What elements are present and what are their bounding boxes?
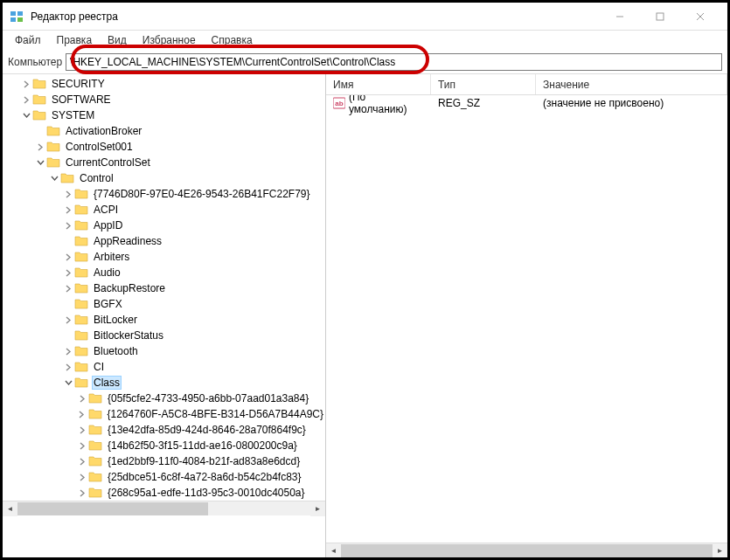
expander-open-icon[interactable]	[20, 109, 32, 121]
tree-node[interactable]: {13e42dfa-85d9-424d-8646-28a70f864f9c}	[3, 422, 325, 438]
expander-closed-icon[interactable]	[62, 361, 74, 373]
tree-node-label: Audio	[92, 266, 122, 279]
expander-closed-icon[interactable]	[76, 424, 88, 436]
tree-node[interactable]: ActivationBroker	[3, 123, 325, 139]
folder-icon	[74, 377, 88, 389]
folder-icon	[32, 109, 46, 121]
folder-icon	[88, 424, 102, 436]
folder-icon	[74, 361, 88, 373]
folder-icon	[46, 125, 60, 137]
tree-node-label: {1264760F-A5C8-4BFE-B314-D56A7B44A9C}	[106, 408, 326, 420]
column-header-value[interactable]: Значение	[536, 74, 727, 94]
value-name: (По умолчанию)	[349, 95, 424, 115]
tree-node[interactable]: {268c95a1-edfe-11d3-95c3-0010dc4050a}	[3, 485, 325, 501]
tree-node-label: BitlockerStatus	[92, 329, 165, 342]
folder-icon	[74, 345, 88, 357]
tree-node-label: {05f5cfe2-4733-4950-a6bb-07aad01a3a84}	[106, 392, 310, 404]
folder-icon	[88, 455, 102, 467]
folder-icon	[60, 172, 74, 184]
folder-icon	[74, 204, 88, 216]
tree-node[interactable]: Class	[3, 375, 325, 391]
tree-node[interactable]: SECURITY	[3, 76, 325, 92]
expander-closed-icon[interactable]	[62, 314, 74, 326]
tree-node-label: {268c95a1-edfe-11d3-95c3-0010dc4050a}	[106, 487, 307, 499]
tree-node[interactable]: SYSTEM	[3, 107, 325, 123]
folder-icon	[74, 251, 88, 263]
tree-node-label: CI	[92, 361, 106, 373]
expander-closed-icon[interactable]	[76, 471, 88, 483]
tree-node[interactable]: {25dbce51-6c8f-4a72-8a6d-b54c2b4fc83}	[3, 469, 325, 485]
tree-node[interactable]: Control	[3, 170, 325, 186]
menu-favorites[interactable]: Избранное	[136, 32, 203, 48]
tree-node-label: AppReadiness	[92, 235, 163, 247]
expander-closed-icon[interactable]	[62, 188, 74, 200]
column-header-type[interactable]: Тип	[431, 74, 536, 94]
expander-closed-icon[interactable]	[62, 204, 74, 216]
tree-node[interactable]: AppReadiness	[3, 233, 325, 249]
tree-node-label: BitLocker	[92, 314, 139, 326]
folder-icon	[88, 408, 102, 420]
value-row[interactable]: ab (По умолчанию) REG_SZ (значение не пр…	[326, 95, 727, 111]
values-scrollbar-horizontal[interactable]: ◄ ►	[326, 543, 727, 557]
tree-node[interactable]: {7746D80F-97E0-4E26-9543-26B41FC22F79}	[3, 186, 325, 202]
close-button[interactable]	[680, 3, 720, 30]
tree-node[interactable]: BackupRestore	[3, 280, 325, 296]
menu-help[interactable]: Справка	[205, 32, 260, 48]
expander-closed-icon[interactable]	[62, 266, 74, 279]
folder-icon	[88, 487, 102, 499]
string-value-icon: ab	[333, 97, 345, 109]
expander-closed-icon[interactable]	[62, 345, 74, 357]
tree-node[interactable]: {1ed2bbf9-11f0-4084-b21f-ad83a8e6dcd}	[3, 453, 325, 469]
expander-closed-icon[interactable]	[76, 408, 88, 420]
scroll-right-button[interactable]: ►	[310, 501, 325, 516]
expander-open-icon[interactable]	[48, 172, 60, 184]
tree-node[interactable]: {1264760F-A5C8-4BFE-B314-D56A7B44A9C}	[3, 406, 325, 422]
content-area: SECURITYSOFTWARESYSTEMActivationBrokerCo…	[3, 74, 727, 557]
folder-icon	[88, 439, 102, 452]
minimize-button[interactable]	[600, 3, 640, 30]
column-header-name[interactable]: Имя	[326, 74, 431, 94]
tree-node[interactable]: BitLocker	[3, 312, 325, 328]
tree-node[interactable]: Bluetooth	[3, 343, 325, 359]
tree-node[interactable]: {14b62f50-3f15-11dd-ae16-0800200c9a}	[3, 438, 325, 453]
tree-node-label: {1ed2bbf9-11f0-4084-b21f-ad83a8e6dcd}	[106, 455, 302, 467]
values-list[interactable]: ab (По умолчанию) REG_SZ (значение не пр…	[326, 95, 727, 543]
expander-closed-icon[interactable]	[62, 282, 74, 294]
tree-panel[interactable]: SECURITYSOFTWARESYSTEMActivationBrokerCo…	[3, 74, 326, 557]
maximize-button[interactable]	[640, 3, 680, 30]
expander-closed-icon[interactable]	[62, 219, 74, 232]
expander-open-icon[interactable]	[34, 156, 46, 169]
expander-closed-icon[interactable]	[20, 93, 32, 106]
tree-node[interactable]: Arbiters	[3, 249, 325, 265]
tree-node[interactable]: BGFX	[3, 296, 325, 312]
tree-node[interactable]: CI	[3, 359, 325, 375]
menu-view[interactable]: Вид	[101, 32, 134, 48]
folder-icon	[74, 266, 88, 279]
expander-open-icon[interactable]	[62, 377, 74, 389]
expander-closed-icon[interactable]	[62, 251, 74, 263]
tree-node[interactable]: {05f5cfe2-4733-4950-a6bb-07aad01a3a84}	[3, 391, 325, 406]
svg-rect-3	[17, 17, 23, 22]
expander-closed-icon[interactable]	[20, 78, 32, 90]
expander-closed-icon[interactable]	[76, 392, 88, 404]
tree-node[interactable]: ControlSet001	[3, 139, 325, 155]
tree-node[interactable]: SOFTWARE	[3, 92, 325, 107]
folder-icon	[74, 282, 88, 294]
scroll-left-button[interactable]: ◄	[3, 501, 17, 516]
scroll-right-button[interactable]: ►	[713, 543, 727, 558]
address-input[interactable]	[66, 53, 722, 71]
tree-node[interactable]: Audio	[3, 265, 325, 280]
tree-node[interactable]: BitlockerStatus	[3, 328, 325, 343]
menu-edit[interactable]: Правка	[50, 32, 100, 48]
expander-closed-icon[interactable]	[34, 141, 46, 153]
scroll-left-button[interactable]: ◄	[326, 543, 341, 558]
expander-closed-icon[interactable]	[76, 455, 88, 467]
tree-node[interactable]: ACPI	[3, 202, 325, 218]
tree-scrollbar-horizontal[interactable]: ◄ ►	[3, 501, 325, 515]
tree-node-label: {13e42dfa-85d9-424d-8646-28a70f864f9c}	[106, 424, 308, 436]
tree-node[interactable]: CurrentControlSet	[3, 155, 325, 170]
expander-closed-icon[interactable]	[76, 439, 88, 452]
expander-closed-icon[interactable]	[76, 487, 88, 499]
menu-file[interactable]: Файл	[8, 32, 48, 48]
tree-node[interactable]: AppID	[3, 218, 325, 233]
